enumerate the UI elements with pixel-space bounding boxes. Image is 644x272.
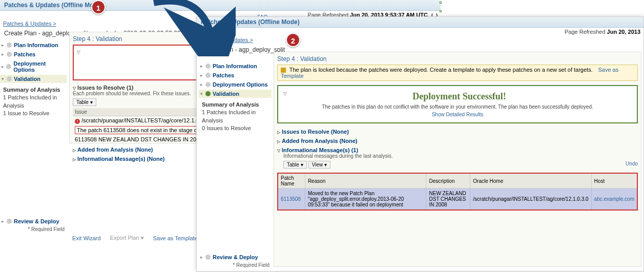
selection-handle [440, 2, 442, 4]
col-patch: Patch Name [278, 173, 305, 189]
left-nav-2: ▸Plan Information ▸Patches ▸Deployment O… [199, 62, 272, 135]
badge-1: 1 [91, 0, 106, 14]
title-bar-1: Patches & Updates (Offline Mode) [0, 0, 441, 11]
breadcrumb-2[interactable]: Patches & Updates > [200, 37, 253, 43]
cell-host[interactable]: abc.example.com [591, 189, 637, 211]
title-text-1: Patches & Updates (Offline Mode) [4, 2, 103, 9]
cell-reason: Moved to the new Patch Plan "agp_deploy_… [305, 189, 426, 211]
nav-deploy-1[interactable]: ▸Deployment Options [0, 59, 67, 74]
error-icon: ! [75, 119, 80, 124]
req-field-1: * Required Field [0, 226, 67, 232]
export-plan-link[interactable]: Export Plan ▾ [110, 235, 144, 241]
col-host: Host [591, 173, 637, 189]
nav-review-2[interactable]: ▸Review & Deploy [199, 253, 272, 261]
info-table-row[interactable]: 6113508 Moved to the new Patch Plan "agp… [278, 189, 637, 211]
title-text-2: Patches & Updates (Offline Mode) [201, 18, 300, 26]
step-area-2: Step 4 : Validation The plan is locked b… [274, 52, 641, 267]
success-title: Deployment Successful! [283, 91, 632, 102]
lock-icon [281, 68, 286, 73]
cell-patch[interactable]: 6113508 [278, 189, 305, 211]
col-reason: Reason [305, 173, 426, 189]
nav-plan-info-1[interactable]: ▸Plan Information [0, 41, 67, 49]
view-menu-2[interactable]: View ▾ [308, 161, 330, 169]
show-detailed-results-link[interactable]: Show Detailed Results [432, 112, 484, 117]
summary-2: Summary of Analysis 1 Patches Included i… [199, 99, 272, 135]
issues-none-link[interactable]: ▷Issues to Resolve (None) [277, 129, 638, 135]
info-table: Patch Name Reason Description Oracle Hom… [277, 173, 638, 211]
badge-2: 2 [286, 33, 300, 47]
req-field-2: * Required Field [199, 262, 272, 268]
left-nav-1: ▸Plan Information ▸Patches ▸Deployment O… [0, 41, 67, 120]
table-menu-1[interactable]: Table ▾ [73, 98, 96, 106]
review-bottom-2: ▸Review & Deploy * Required Field [199, 253, 272, 268]
window-2: Patches & Updates (Offline Mode) Page Re… [196, 16, 644, 271]
nav-plan-info-2[interactable]: ▸Plan Information [199, 62, 272, 70]
selection-handle [440, 10, 442, 12]
nav-validation-1[interactable]: ▾Validation [0, 75, 67, 83]
lock-msg: The plan is locked because the patches w… [289, 67, 593, 73]
step-title-2: Step 4 : Validation [277, 55, 638, 62]
undo-link[interactable]: Undo [626, 161, 638, 166]
col-home: Oracle Home [470, 173, 591, 189]
nav-patches-1[interactable]: ▸Patches [0, 50, 67, 58]
info-msgs-link[interactable]: ▽Informational Message(s) (1) [277, 147, 638, 153]
nav-deploy-2[interactable]: ▸Deployment Options [199, 80, 272, 89]
nav-validation-2[interactable]: ▾Validation [199, 90, 272, 98]
added-none-link[interactable]: ▷Added from Analysis (None) [277, 138, 638, 144]
cell-desc: NEW ZEALAND DST CHANGES IN 2008 [426, 189, 470, 211]
top-row-2: Page Refreshed Jun 20, 2013 [197, 28, 643, 36]
page-refreshed-2: Page Refreshed Jun 20, 2013 [565, 29, 640, 35]
nav-review-1[interactable]: ▸Review & Deploy [0, 217, 67, 225]
lock-bar: The plan is locked because the patches w… [277, 65, 638, 81]
success-msg: The patches in this plan do not conflict… [283, 104, 632, 110]
review-bottom-1: ▸Review & Deploy * Required Field [0, 217, 67, 232]
title-bar-2: Patches & Updates (Offline Mode) [197, 17, 643, 28]
exit-wizard-link[interactable]: Exit Wizard [72, 235, 101, 241]
cell-home: /scratch/punagar/INSTALLTEST/ag/core/12.… [470, 189, 591, 211]
breadcrumb-row-2: Patches & Updates > [197, 36, 643, 44]
info-sub: Informational messages during the last a… [283, 153, 638, 159]
breadcrumb-1[interactable]: Patches & Updates > [3, 20, 56, 27]
table-menu-2[interactable]: Table ▾ [283, 161, 307, 169]
save-template-link[interactable]: Save as Template [153, 235, 198, 241]
summary-1: Summary of Analysis 1 Patches Included i… [0, 84, 67, 120]
col-desc: Description [426, 173, 470, 189]
success-box: ▽ Deployment Successful! The patches in … [277, 85, 638, 123]
nav-patches-2[interactable]: ▸Patches [199, 71, 272, 79]
